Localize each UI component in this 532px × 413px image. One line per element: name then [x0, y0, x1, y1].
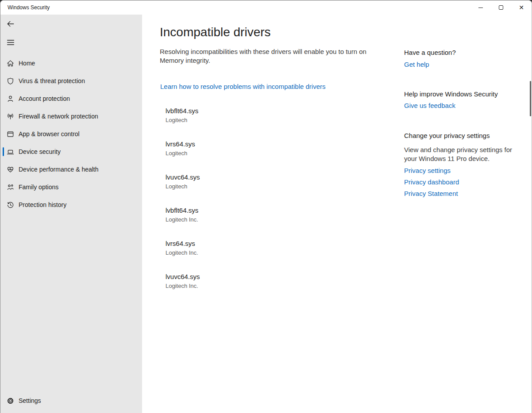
- privacy-heading: Change your privacy settings: [404, 132, 490, 139]
- driver-list-item[interactable]: lvuvc64.sys Logitech: [166, 173, 351, 206]
- person-icon: [7, 95, 14, 103]
- caption-buttons: ✕: [470, 0, 532, 15]
- sidebar-item-label: Virus & threat protection: [19, 77, 85, 84]
- vertical-scrollbar[interactable]: [529, 29, 532, 413]
- sidebar-item-home[interactable]: Home: [0, 54, 142, 72]
- privacy-dashboard-link[interactable]: Privacy dashboard: [404, 178, 459, 186]
- driver-name: lvbflt64.sys: [166, 206, 351, 214]
- window-title: Windows Security: [8, 0, 50, 15]
- hamburger-menu-icon: [7, 38, 15, 46]
- main-content: Incompatible drivers Resolving incompati…: [142, 15, 532, 413]
- learn-more-link[interactable]: Learn how to resolve problems with incom…: [160, 83, 326, 90]
- sidebar-item-label: Device performance & health: [19, 166, 99, 173]
- driver-list-item[interactable]: lvuvc64.sys Logitech Inc.: [166, 273, 351, 306]
- sidebar-item-account-protection[interactable]: Account protection: [0, 90, 142, 107]
- driver-vendor: Logitech: [166, 117, 351, 123]
- heart-pulse-icon: [7, 166, 14, 173]
- sidebar-item-label: App & browser control: [19, 130, 80, 138]
- driver-name: lvrs64.sys: [166, 240, 351, 247]
- driver-vendor: Logitech Inc.: [166, 283, 351, 289]
- back-arrow-icon: [7, 20, 15, 28]
- shield-icon: [7, 77, 14, 85]
- page-title: Incompatible drivers: [160, 25, 271, 39]
- sidebar-item-firewall-network-protection[interactable]: Firewall & network protection: [0, 107, 142, 125]
- incompatible-driver-list: lvbflt64.sys Logitech lvrs64.sys Logitec…: [166, 107, 351, 306]
- privacy-statement-link[interactable]: Privacy Statement: [404, 190, 458, 197]
- question-heading: Have a question?: [404, 49, 456, 56]
- sidebar-item-label: Account protection: [19, 95, 70, 102]
- minimize-icon: [478, 8, 483, 8]
- privacy-settings-link[interactable]: Privacy settings: [404, 167, 451, 174]
- driver-list-item[interactable]: lvbflt64.sys Logitech: [166, 107, 351, 140]
- page-description: Resolving incompatibilities with these d…: [160, 47, 377, 65]
- give-feedback-link[interactable]: Give us feedback: [404, 102, 455, 109]
- sidebar: Home Virus & threat protection Account p…: [0, 15, 142, 413]
- sidebar-item-label: Protection history: [19, 201, 66, 208]
- sidebar-item-label: Home: [19, 60, 35, 67]
- driver-vendor: Logitech Inc.: [166, 249, 351, 256]
- title-bar: Windows Security ✕: [0, 0, 532, 15]
- driver-name: lvrs64.sys: [166, 140, 351, 148]
- feedback-heading: Help improve Windows Security: [404, 90, 498, 98]
- sidebar-item-settings[interactable]: Settings: [0, 392, 142, 409]
- network-antenna-icon: [7, 113, 14, 120]
- sidebar-item-device-performance-health[interactable]: Device performance & health: [0, 161, 142, 178]
- minimize-button[interactable]: [470, 0, 491, 15]
- driver-vendor: Logitech Inc.: [166, 216, 351, 223]
- get-help-link[interactable]: Get help: [404, 61, 429, 68]
- sidebar-item-virus-threat-protection[interactable]: Virus & threat protection: [0, 72, 142, 90]
- driver-name: lvbflt64.sys: [166, 107, 351, 115]
- sidebar-item-app-browser-control[interactable]: App & browser control: [0, 125, 142, 143]
- driver-vendor: Logitech: [166, 183, 351, 190]
- sidebar-nav: Home Virus & threat protection Account p…: [0, 54, 142, 214]
- gear-icon: [7, 397, 14, 405]
- driver-list-item[interactable]: lvbflt64.sys Logitech Inc.: [166, 206, 351, 240]
- sidebar-item-label: Family options: [19, 184, 58, 191]
- sidebar-item-label: Device security: [19, 148, 61, 155]
- privacy-description: View and change privacy settings for you…: [404, 145, 516, 163]
- home-icon: [7, 60, 14, 67]
- close-button[interactable]: ✕: [511, 0, 532, 15]
- maximize-button[interactable]: [491, 0, 511, 15]
- scrollbar-thumb[interactable]: [530, 81, 531, 116]
- laptop-icon: [7, 148, 14, 156]
- sidebar-item-family-options[interactable]: Family options: [0, 178, 142, 196]
- back-button[interactable]: [6, 19, 15, 28]
- family-icon: [7, 184, 14, 191]
- sidebar-item-protection-history[interactable]: Protection history: [0, 196, 142, 214]
- windows-security-window: Windows Security ✕ Home: [0, 0, 532, 413]
- driver-name: lvuvc64.sys: [166, 173, 351, 181]
- close-icon: ✕: [519, 4, 524, 11]
- sidebar-item-device-security[interactable]: Device security: [0, 143, 142, 161]
- history-clock-icon: [7, 201, 14, 209]
- driver-vendor: Logitech: [166, 150, 351, 157]
- sidebar-item-label: Settings: [19, 397, 41, 404]
- app-window-icon: [7, 130, 14, 138]
- driver-name: lvuvc64.sys: [166, 273, 351, 280]
- maximize-icon: [499, 5, 503, 10]
- sidebar-item-label: Firewall & network protection: [19, 113, 98, 120]
- driver-list-item[interactable]: lvrs64.sys Logitech: [166, 140, 351, 173]
- driver-list-item[interactable]: lvrs64.sys Logitech Inc.: [166, 240, 351, 273]
- navigation-menu-button[interactable]: [6, 38, 15, 47]
